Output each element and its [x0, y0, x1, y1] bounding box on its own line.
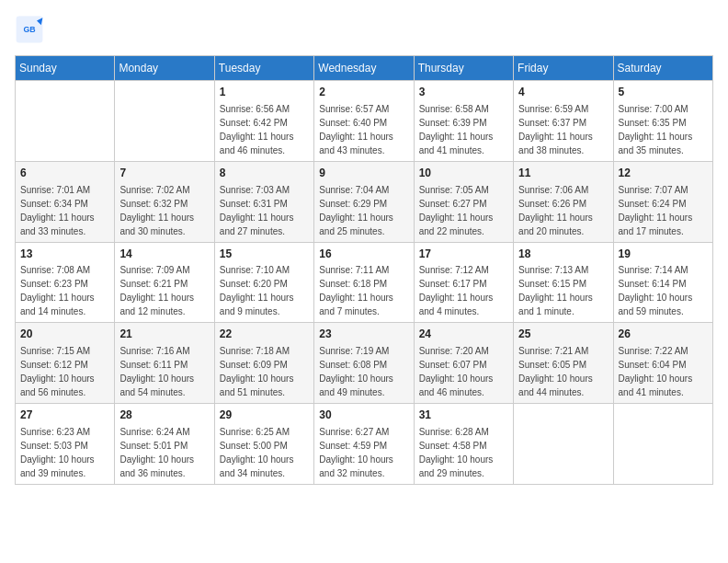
calendar-cell: 6 Sunrise: 7:01 AMSunset: 6:34 PMDayligh… — [16, 161, 115, 242]
calendar-cell: 26 Sunrise: 7:22 AMSunset: 6:04 PMDaylig… — [613, 323, 712, 404]
calendar-cell: 29 Sunrise: 6:25 AMSunset: 5:00 PMDaylig… — [214, 404, 313, 485]
day-number: 1 — [220, 85, 309, 100]
calendar-cell: 13 Sunrise: 7:08 AMSunset: 6:23 PMDaylig… — [16, 242, 115, 323]
calendar-cell: 7 Sunrise: 7:02 AMSunset: 6:32 PMDayligh… — [115, 161, 214, 242]
day-info: Sunrise: 7:19 AMSunset: 6:08 PMDaylight:… — [319, 344, 408, 399]
day-number: 9 — [319, 166, 408, 181]
day-number: 3 — [419, 85, 508, 100]
calendar-cell — [514, 404, 613, 485]
calendar-cell: 5 Sunrise: 7:00 AMSunset: 6:35 PMDayligh… — [613, 81, 712, 162]
calendar-cell: 28 Sunrise: 6:24 AMSunset: 5:01 PMDaylig… — [115, 404, 214, 485]
day-number: 31 — [419, 408, 508, 423]
day-number: 15 — [220, 247, 309, 262]
day-number: 21 — [119, 327, 209, 342]
day-number: 20 — [20, 327, 109, 342]
day-number: 26 — [619, 327, 708, 342]
day-info: Sunrise: 7:10 AMSunset: 6:20 PMDaylight:… — [220, 263, 309, 318]
weekday-header-wednesday: Wednesday — [314, 56, 414, 81]
day-number: 5 — [619, 85, 708, 100]
day-info: Sunrise: 7:21 AMSunset: 6:05 PMDaylight:… — [518, 344, 608, 399]
calendar-cell: 23 Sunrise: 7:19 AMSunset: 6:08 PMDaylig… — [314, 323, 414, 404]
day-number: 19 — [619, 247, 708, 262]
calendar-cell: 11 Sunrise: 7:06 AMSunset: 6:26 PMDaylig… — [514, 161, 613, 242]
day-info: Sunrise: 6:23 AMSunset: 5:03 PMDaylight:… — [20, 425, 109, 480]
calendar-cell: 9 Sunrise: 7:04 AMSunset: 6:29 PMDayligh… — [314, 161, 414, 242]
calendar-cell: 20 Sunrise: 7:15 AMSunset: 6:12 PMDaylig… — [16, 323, 115, 404]
weekday-header-thursday: Thursday — [414, 56, 513, 81]
calendar-table: SundayMondayTuesdayWednesdayThursdayFrid… — [15, 55, 713, 485]
weekday-header-saturday: Saturday — [613, 56, 712, 81]
day-number: 17 — [419, 247, 508, 262]
calendar-cell: 25 Sunrise: 7:21 AMSunset: 6:05 PMDaylig… — [514, 323, 613, 404]
day-info: Sunrise: 6:58 AMSunset: 6:39 PMDaylight:… — [419, 102, 508, 157]
svg-text:GB: GB — [23, 25, 35, 34]
calendar-cell: 1 Sunrise: 6:56 AMSunset: 6:42 PMDayligh… — [214, 81, 313, 162]
calendar-cell: 2 Sunrise: 6:57 AMSunset: 6:40 PMDayligh… — [314, 81, 414, 162]
day-info: Sunrise: 7:18 AMSunset: 6:09 PMDaylight:… — [220, 344, 309, 399]
day-number: 10 — [419, 166, 508, 181]
day-number: 4 — [518, 85, 608, 100]
day-number: 7 — [119, 166, 209, 181]
calendar-cell: 19 Sunrise: 7:14 AMSunset: 6:14 PMDaylig… — [613, 242, 712, 323]
day-info: Sunrise: 7:05 AMSunset: 6:27 PMDaylight:… — [419, 183, 508, 238]
day-info: Sunrise: 7:03 AMSunset: 6:31 PMDaylight:… — [220, 183, 309, 238]
weekday-header-friday: Friday — [514, 56, 613, 81]
calendar-cell: 15 Sunrise: 7:10 AMSunset: 6:20 PMDaylig… — [214, 242, 313, 323]
day-info: Sunrise: 7:01 AMSunset: 6:34 PMDaylight:… — [20, 183, 109, 238]
day-number: 6 — [20, 166, 109, 181]
day-info: Sunrise: 7:00 AMSunset: 6:35 PMDaylight:… — [619, 102, 708, 157]
day-info: Sunrise: 7:12 AMSunset: 6:17 PMDaylight:… — [419, 263, 508, 318]
day-info: Sunrise: 7:04 AMSunset: 6:29 PMDaylight:… — [319, 183, 408, 238]
calendar-cell — [16, 81, 115, 162]
calendar-cell: 10 Sunrise: 7:05 AMSunset: 6:27 PMDaylig… — [414, 161, 513, 242]
day-number: 2 — [319, 85, 408, 100]
day-number: 22 — [220, 327, 309, 342]
day-number: 12 — [619, 166, 708, 181]
day-info: Sunrise: 7:06 AMSunset: 6:26 PMDaylight:… — [518, 183, 608, 238]
day-number: 27 — [20, 408, 109, 423]
day-number: 25 — [518, 327, 608, 342]
day-info: Sunrise: 6:57 AMSunset: 6:40 PMDaylight:… — [319, 102, 408, 157]
day-info: Sunrise: 7:14 AMSunset: 6:14 PMDaylight:… — [619, 263, 708, 318]
day-number: 18 — [518, 247, 608, 262]
weekday-header-monday: Monday — [115, 56, 214, 81]
calendar-cell: 30 Sunrise: 6:27 AMSunset: 4:59 PMDaylig… — [314, 404, 414, 485]
day-info: Sunrise: 6:24 AMSunset: 5:01 PMDaylight:… — [119, 425, 209, 480]
day-info: Sunrise: 7:09 AMSunset: 6:21 PMDaylight:… — [119, 263, 209, 318]
calendar-cell: 3 Sunrise: 6:58 AMSunset: 6:39 PMDayligh… — [414, 81, 513, 162]
day-number: 23 — [319, 327, 408, 342]
calendar-cell: 12 Sunrise: 7:07 AMSunset: 6:24 PMDaylig… — [613, 161, 712, 242]
header: GB — [15, 15, 713, 44]
calendar-cell: 24 Sunrise: 7:20 AMSunset: 6:07 PMDaylig… — [414, 323, 513, 404]
calendar-cell: 16 Sunrise: 7:11 AMSunset: 6:18 PMDaylig… — [314, 242, 414, 323]
weekday-header-sunday: Sunday — [16, 56, 115, 81]
day-number: 14 — [119, 247, 209, 262]
day-info: Sunrise: 6:59 AMSunset: 6:37 PMDaylight:… — [518, 102, 608, 157]
calendar-cell: 27 Sunrise: 6:23 AMSunset: 5:03 PMDaylig… — [16, 404, 115, 485]
day-info: Sunrise: 7:07 AMSunset: 6:24 PMDaylight:… — [619, 183, 708, 238]
day-info: Sunrise: 7:15 AMSunset: 6:12 PMDaylight:… — [20, 344, 109, 399]
day-info: Sunrise: 7:22 AMSunset: 6:04 PMDaylight:… — [619, 344, 708, 399]
day-number: 13 — [20, 247, 109, 262]
day-info: Sunrise: 7:16 AMSunset: 6:11 PMDaylight:… — [119, 344, 209, 399]
calendar-cell — [115, 81, 214, 162]
day-info: Sunrise: 7:08 AMSunset: 6:23 PMDaylight:… — [20, 263, 109, 318]
day-info: Sunrise: 6:27 AMSunset: 4:59 PMDaylight:… — [319, 425, 408, 480]
day-number: 28 — [119, 408, 209, 423]
day-number: 29 — [220, 408, 309, 423]
day-info: Sunrise: 7:13 AMSunset: 6:15 PMDaylight:… — [518, 263, 608, 318]
calendar-cell: 18 Sunrise: 7:13 AMSunset: 6:15 PMDaylig… — [514, 242, 613, 323]
logo: GB — [15, 15, 48, 44]
day-number: 16 — [319, 247, 408, 262]
calendar-cell — [613, 404, 712, 485]
logo-icon: GB — [15, 15, 44, 44]
day-info: Sunrise: 6:56 AMSunset: 6:42 PMDaylight:… — [220, 102, 309, 157]
calendar-cell: 4 Sunrise: 6:59 AMSunset: 6:37 PMDayligh… — [514, 81, 613, 162]
day-number: 24 — [419, 327, 508, 342]
calendar-cell: 21 Sunrise: 7:16 AMSunset: 6:11 PMDaylig… — [115, 323, 214, 404]
day-number: 30 — [319, 408, 408, 423]
day-info: Sunrise: 7:20 AMSunset: 6:07 PMDaylight:… — [419, 344, 508, 399]
day-number: 11 — [518, 166, 608, 181]
day-info: Sunrise: 7:02 AMSunset: 6:32 PMDaylight:… — [119, 183, 209, 238]
calendar-cell: 8 Sunrise: 7:03 AMSunset: 6:31 PMDayligh… — [214, 161, 313, 242]
